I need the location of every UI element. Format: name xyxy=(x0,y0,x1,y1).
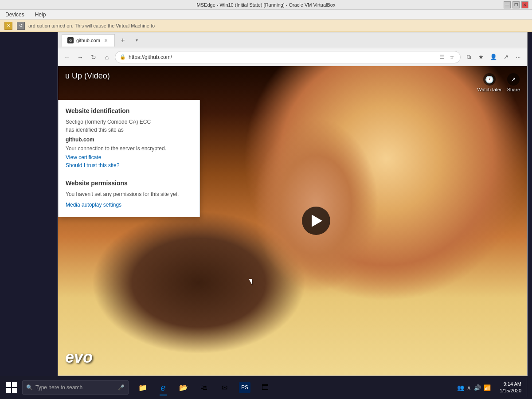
vbox-title: MSEdge - Win10 (Initial State) [Running]… xyxy=(197,2,336,8)
clock-date: 1/15/2020 xyxy=(500,387,521,394)
taskbar-app-mail[interactable]: ✉ xyxy=(215,378,234,397)
watch-later-btn[interactable]: 🕐 Watch later xyxy=(477,73,501,92)
tab-label: github.com xyxy=(76,38,100,43)
media-autoplay-link[interactable]: Media autoplay settings xyxy=(66,202,192,208)
popup-connection-text: Your connection to the server is encrypt… xyxy=(66,145,192,152)
popup-issuer-text: Sectigo (formerly Comodo CA) ECChas iden… xyxy=(66,118,192,134)
windows-logo-icon xyxy=(6,382,17,393)
favorites-bar-icon[interactable]: ★ xyxy=(476,52,486,63)
browser-tab-bar: G github.com ✕ + ▾ xyxy=(58,32,527,48)
vevo-text: evo xyxy=(65,348,93,366)
view-certificate-link[interactable]: View certificate xyxy=(66,154,192,160)
taskbar-search[interactable]: 🔍 Type here to search 🎤 xyxy=(22,380,129,395)
people-icon[interactable]: 👥 xyxy=(457,384,464,391)
taskbar-app-store[interactable]: 🛍 xyxy=(194,378,214,397)
taskbar-apps: 📁 ℯ 📂 🛍 ✉ PS 🗔 xyxy=(133,378,275,397)
taskbar-app-misc[interactable]: 🗔 xyxy=(255,378,275,397)
browser-window: G github.com ✕ + ▾ ← → ↻ ⌂ 🔒 https://git… xyxy=(58,32,528,376)
vbox-menu-devices[interactable]: Devices xyxy=(4,11,26,19)
refresh-btn[interactable]: ↻ xyxy=(88,52,99,63)
new-tab-btn[interactable]: + xyxy=(117,34,129,47)
taskbar-app-edge[interactable]: ℯ xyxy=(153,378,173,397)
vbox-menubar: Devices Help xyxy=(0,10,532,20)
notification-text: ard option turned on. This will cause th… xyxy=(28,23,155,28)
lock-icon: 🔒 xyxy=(120,54,126,60)
browser-toolbar: ← → ↻ ⌂ 🔒 https://github.com/ ☰ ☆ ⧉ ★ 👤 … xyxy=(58,48,527,66)
settings-more-icon[interactable]: ··· xyxy=(513,52,524,63)
watch-later-label: Watch later xyxy=(477,87,501,92)
vbox-menu-help[interactable]: Help xyxy=(33,11,48,19)
mouse-cursor xyxy=(249,279,252,285)
powershell-icon: PS xyxy=(239,382,250,393)
share-toolbar-icon[interactable]: ↗ xyxy=(501,52,511,63)
address-bar[interactable]: 🔒 https://github.com/ ☰ ☆ xyxy=(115,51,461,63)
start-square-3 xyxy=(6,388,11,393)
clock-time: 9:14 AM xyxy=(500,381,521,387)
browser-right-icons: ⧉ ★ 👤 ↗ ··· xyxy=(463,52,524,63)
edge-browser-icon: ℯ xyxy=(157,382,169,393)
address-text: https://github.com/ xyxy=(129,54,435,60)
start-square-2 xyxy=(12,382,17,387)
should-trust-link[interactable]: Should I trust this site? xyxy=(66,162,192,168)
home-btn[interactable]: ⌂ xyxy=(102,52,112,63)
video-overlay-buttons: 🕐 Watch later ↗ Share xyxy=(477,73,520,92)
start-button[interactable] xyxy=(2,378,21,397)
vevo-watermark: evo xyxy=(65,348,93,367)
tab-favicon: G xyxy=(67,37,74,43)
play-button[interactable] xyxy=(302,207,330,235)
popup-divider xyxy=(66,174,192,174)
volume-icon[interactable]: 📶 xyxy=(484,384,491,391)
reader-mode-icon[interactable]: ☰ xyxy=(438,53,446,61)
share-btn[interactable]: ↗ Share xyxy=(507,73,520,92)
taskbar-app-explorer[interactable]: 📁 xyxy=(133,378,153,397)
file-explorer-icon: 📁 xyxy=(137,382,149,393)
taskbar-clock[interactable]: 9:14 AM 1/15/2020 xyxy=(496,381,525,395)
site-identification-popup: Website identification Sectigo (formerly… xyxy=(58,100,200,217)
back-btn[interactable]: ← xyxy=(62,52,72,63)
issuer-detail: Sectigo (formerly Comodo CA) ECChas iden… xyxy=(66,119,151,133)
vbox-close-btn[interactable]: ✕ xyxy=(521,1,528,8)
tab-dropdown-btn[interactable]: ▾ xyxy=(131,34,143,47)
website-permissions-title: Website permissions xyxy=(66,180,192,187)
chevron-up-icon[interactable]: ∧ xyxy=(467,384,471,391)
mail-icon: ✉ xyxy=(219,382,230,393)
notification-bar: ✕ ↺ ard option turned on. This will caus… xyxy=(0,20,532,32)
show-desktop-btn[interactable] xyxy=(527,378,530,397)
start-square-1 xyxy=(6,382,11,387)
network-icon[interactable]: 🔊 xyxy=(474,384,481,391)
system-icons: 👥 ∧ 🔊 📶 xyxy=(454,384,494,391)
search-icon: 🔍 xyxy=(26,384,33,391)
microphone-icon: 🎤 xyxy=(118,384,125,391)
taskbar-system-tray: 👥 ∧ 🔊 📶 9:14 AM 1/15/2020 xyxy=(454,378,530,397)
collections-icon[interactable]: ⧉ xyxy=(463,52,474,63)
taskbar-app-powershell[interactable]: PS xyxy=(235,378,254,397)
folder-icon: 📂 xyxy=(178,382,189,393)
search-placeholder-text: Type here to search xyxy=(35,384,82,391)
address-right-icons: ☰ ☆ xyxy=(438,53,456,61)
share-icon: ↗ xyxy=(507,73,520,86)
profile-icon[interactable]: 👤 xyxy=(488,52,499,63)
taskbar: 🔍 Type here to search 🎤 📁 ℯ 📂 🛍 ✉ PS 🗔 👥 xyxy=(0,376,532,399)
website-id-title: Website identification xyxy=(66,107,192,114)
tab-favicon-text: G xyxy=(69,39,72,43)
notif-action-btn[interactable]: ↺ xyxy=(17,22,25,30)
share-label: Share xyxy=(507,87,520,92)
misc-app-icon: 🗔 xyxy=(259,382,271,393)
forward-btn[interactable]: → xyxy=(75,52,86,63)
start-square-4 xyxy=(12,388,17,393)
notif-close-btn[interactable]: ✕ xyxy=(4,22,12,30)
play-triangle-icon xyxy=(312,215,322,227)
vbox-titlebar: MSEdge - Win10 (Initial State) [Running]… xyxy=(0,0,532,10)
popup-site-name: github.com xyxy=(66,136,192,144)
popup-permissions-text: You haven't set any permissions for this… xyxy=(66,190,192,198)
store-icon: 🛍 xyxy=(198,382,210,393)
taskbar-app-folder[interactable]: 📂 xyxy=(174,378,193,397)
tab-close-btn[interactable]: ✕ xyxy=(103,37,109,43)
watch-later-icon: 🕐 xyxy=(483,73,496,86)
popup-site-name-bold: github.com xyxy=(66,137,94,143)
browser-tab-active[interactable]: G github.com ✕ xyxy=(62,34,115,47)
vbox-minimize-btn[interactable]: — xyxy=(504,1,511,8)
vbox-restore-btn[interactable]: ❐ xyxy=(512,1,520,8)
browser-content: u Up (Video) 🕐 Watch later ↗ Share evo xyxy=(58,66,527,376)
favorites-icon[interactable]: ☆ xyxy=(448,53,456,61)
